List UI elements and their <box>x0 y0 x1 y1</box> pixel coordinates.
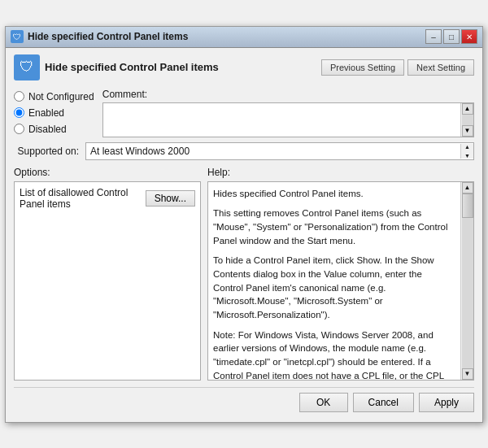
scroll-up-arrow[interactable]: ▲ <box>462 103 473 115</box>
radio-enabled-label: Enabled <box>28 107 64 119</box>
options-row-label: List of disallowed Control Panel items <box>20 187 141 210</box>
radio-disabled[interactable] <box>14 124 24 134</box>
radio-disabled-row: Disabled <box>14 124 94 135</box>
close-button[interactable]: ✕ <box>461 29 477 44</box>
top-bar-title: Hide specified Control Panel items <box>45 61 316 73</box>
scroll-track <box>462 115 473 125</box>
radio-not-configured[interactable] <box>14 91 24 102</box>
apply-button[interactable]: Apply <box>419 393 474 412</box>
two-col-section: Options: List of disallowed Control Pane… <box>14 167 474 381</box>
title-bar-buttons: – □ ✕ <box>425 29 477 44</box>
comment-section: Comment: ▲ ▼ <box>102 89 474 137</box>
help-content: Hides specified Control Panel items. Thi… <box>213 187 468 381</box>
help-scroll-track <box>462 194 473 368</box>
dialog-window: 🛡 Hide specified Control Panel items – □… <box>5 26 483 423</box>
help-para-1: This setting removes Control Panel items… <box>213 207 454 247</box>
nav-buttons: Previous Setting Next Setting <box>321 59 474 76</box>
previous-setting-button[interactable]: Previous Setting <box>321 59 404 76</box>
scroll-down-arrow[interactable]: ▼ <box>462 125 473 137</box>
help-para-3: Note: For Windows Vista, Windows Server … <box>213 328 454 381</box>
options-label: Options: <box>14 167 201 178</box>
dialog-body: 🛡 Hide specified Control Panel items Pre… <box>6 48 482 422</box>
radio-not-configured-row: Not Configured <box>14 91 94 102</box>
top-bar-icon: 🛡 <box>14 54 40 80</box>
help-para-0: Hides specified Control Panel items. <box>213 187 454 201</box>
title-bar-text: Hide specified Control Panel items <box>28 31 188 42</box>
supported-value: At least Windows 2000 <box>90 146 190 157</box>
help-col: Help: Hides specified Control Panel item… <box>207 167 474 381</box>
radio-section: Not Configured Enabled Disabled <box>14 89 94 137</box>
dialog-icon: 🛡 <box>11 30 24 43</box>
comment-input[interactable] <box>103 103 460 137</box>
bottom-buttons: OK Cancel Apply <box>14 387 474 415</box>
supported-scrollbar: ▲ ▼ <box>460 144 473 159</box>
comment-scrollbar: ▲ ▼ <box>460 103 473 137</box>
help-scroll-thumb[interactable] <box>462 194 473 218</box>
supported-scroll-down[interactable]: ▼ <box>461 153 473 159</box>
radio-disabled-label: Disabled <box>28 124 67 135</box>
title-bar-left: 🛡 Hide specified Control Panel items <box>11 30 188 43</box>
show-button[interactable]: Show... <box>146 190 195 207</box>
maximize-button[interactable]: □ <box>443 29 460 44</box>
title-bar: 🛡 Hide specified Control Panel items – □… <box>6 27 482 48</box>
help-scroll-down[interactable]: ▼ <box>462 368 473 380</box>
options-row: List of disallowed Control Panel items S… <box>20 187 195 210</box>
minimize-button[interactable]: – <box>425 29 442 44</box>
help-scrollbar: ▲ ▼ <box>460 182 473 380</box>
radio-enabled-row: Enabled <box>14 107 94 119</box>
supported-section: Supported on: At least Windows 2000 ▲ ▼ <box>14 142 474 160</box>
supported-label: Supported on: <box>14 146 79 157</box>
supported-box: At least Windows 2000 ▲ ▼ <box>85 142 474 160</box>
help-label: Help: <box>207 167 474 178</box>
next-setting-button[interactable]: Next Setting <box>407 59 474 76</box>
supported-scroll-up[interactable]: ▲ <box>461 144 473 150</box>
cancel-button[interactable]: Cancel <box>353 393 414 412</box>
help-scroll-up[interactable]: ▲ <box>462 182 473 194</box>
radio-enabled[interactable] <box>14 107 24 118</box>
comment-box: ▲ ▼ <box>102 102 474 137</box>
comment-label: Comment: <box>102 89 474 100</box>
options-box: List of disallowed Control Panel items S… <box>14 181 201 381</box>
radio-not-configured-label: Not Configured <box>28 91 94 102</box>
help-para-2: To hide a Control Panel item, click Show… <box>213 254 454 321</box>
ok-button[interactable]: OK <box>299 393 348 412</box>
help-box: Hides specified Control Panel items. Thi… <box>207 181 474 381</box>
top-bar: 🛡 Hide specified Control Panel items Pre… <box>14 54 474 80</box>
options-col: Options: List of disallowed Control Pane… <box>14 167 201 381</box>
